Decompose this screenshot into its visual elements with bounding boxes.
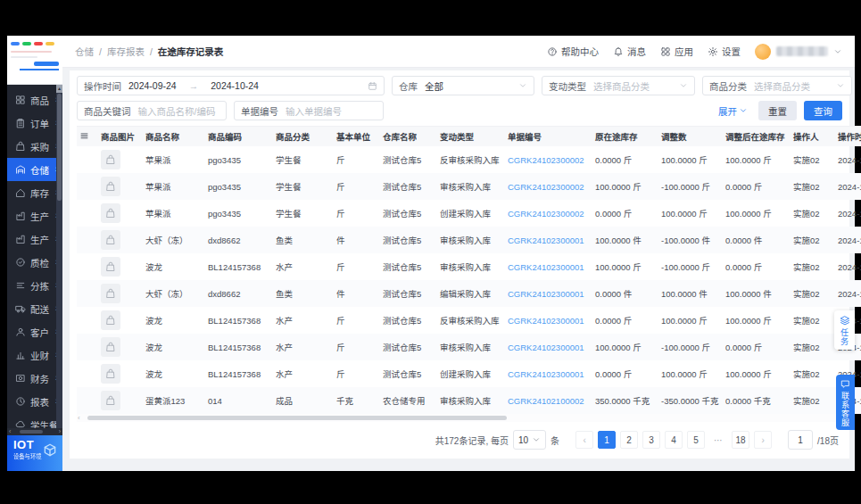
- scroll-right-icon[interactable]: ›: [59, 428, 61, 435]
- column-header-after: 调整后在途库存: [723, 127, 791, 147]
- cell-category: 水产: [273, 253, 334, 280]
- calendar-icon[interactable]: [368, 81, 377, 91]
- warehouse-select[interactable]: 仓库 全部: [392, 76, 534, 95]
- keyword-input[interactable]: 商品关键词 输入商品名称/编码: [77, 101, 227, 120]
- scroll-up-caret-icon[interactable]: ▴: [56, 85, 62, 93]
- scrollbar-thumb[interactable]: [20, 430, 43, 434]
- document-number-link[interactable]: CGRK24102300002: [508, 209, 584, 219]
- cell-adjust: -100.0000 件: [658, 227, 723, 253]
- cell-doc_no: CGRK24102300001: [505, 307, 592, 334]
- date-start-value[interactable]: 2024-09-24: [128, 80, 177, 91]
- page-button-2[interactable]: 2: [620, 431, 638, 449]
- sidebar-item-生产[interactable]: 生产›: [7, 204, 62, 227]
- cell-img: [98, 253, 143, 280]
- bag-icon: [105, 261, 116, 272]
- cell-change_type: 反审核采购入库: [437, 146, 505, 173]
- order-icon: [15, 118, 26, 128]
- iot-banner[interactable]: IOT 设备与环境: [7, 435, 62, 471]
- user-menu[interactable]: [755, 44, 842, 60]
- sidebar-item-质检[interactable]: 质检›: [7, 251, 62, 274]
- sidebar-item-label: 财务: [30, 372, 49, 385]
- bag-icon: [105, 395, 116, 406]
- logo-sketch-line: [11, 56, 37, 58]
- sidebar-item-客户[interactable]: 客户›: [7, 320, 62, 343]
- page-jump-input[interactable]: 1: [788, 430, 813, 450]
- column-header-sel[interactable]: [77, 127, 98, 147]
- change-type-select[interactable]: 变动类型 选择商品分类: [542, 76, 695, 95]
- scrollbar-thumb[interactable]: [87, 416, 507, 420]
- document-number-link[interactable]: CGRK24102300001: [508, 289, 584, 299]
- cell-after: 100.0000 斤: [723, 200, 791, 227]
- scroll-left-icon[interactable]: ‹: [9, 428, 11, 435]
- sidebar-item-label: 质检: [30, 256, 49, 269]
- page-button-1[interactable]: 1: [598, 431, 616, 449]
- document-number-link[interactable]: CGRK24102300001: [508, 343, 584, 352]
- sidebar-item-仓储[interactable]: 仓储›: [7, 158, 62, 181]
- bag-icon: [105, 181, 116, 192]
- sidebar-item-商品[interactable]: 商品›: [7, 88, 62, 112]
- topnav-apps[interactable]: 应用: [660, 45, 693, 58]
- app-logo-thumbnail[interactable]: [7, 36, 62, 85]
- columns-settings-icon[interactable]: [79, 131, 89, 141]
- table-horizontal-scrollbar[interactable]: ‹ ›: [77, 414, 846, 422]
- topnav-label: 应用: [675, 45, 693, 58]
- page-button-4[interactable]: 4: [665, 431, 683, 449]
- sidebar-item-业财[interactable]: 业财›: [7, 343, 62, 367]
- document-number-link[interactable]: CGRK24102300001: [508, 369, 584, 379]
- prev-page-button[interactable]: ‹: [575, 431, 593, 449]
- customer-service-button[interactable]: 联系客服: [836, 375, 855, 430]
- reset-button[interactable]: 重置: [758, 101, 797, 120]
- sidebar-item-分拣[interactable]: 分拣›: [7, 274, 62, 297]
- document-number-link[interactable]: CGRK24102300002: [508, 182, 584, 192]
- category-select[interactable]: 商品分类 选择商品分类: [702, 76, 852, 95]
- page-button-5[interactable]: 5: [687, 431, 705, 449]
- page-button-3[interactable]: 3: [642, 431, 660, 449]
- cell-time: 2024-10-23 15:07: [835, 253, 861, 280]
- sidebar-item-配送[interactable]: 配送›: [7, 297, 62, 320]
- sidebar-item-库存[interactable]: 库存›: [7, 181, 62, 204]
- task-float-button[interactable]: 任务: [834, 310, 855, 350]
- bag-icon: [105, 288, 116, 299]
- sidebar-item-label: 库存: [30, 186, 49, 200]
- sidebar-item-生产[interactable]: 生产›: [7, 227, 62, 251]
- next-page-button[interactable]: ›: [754, 431, 772, 449]
- date-range-picker[interactable]: 操作时间 2024-09-24 → 2024-10-24: [77, 76, 385, 95]
- cell-time: 2024-10-23 15:07: [835, 280, 861, 307]
- topnav-help[interactable]: 帮助中心: [547, 45, 599, 58]
- sidebar-item-label: 报表: [30, 395, 49, 409]
- pagination-bar: 共172条记录, 每页 10 条 ‹ 12345⋯18 › 1 /18页: [77, 422, 842, 459]
- topnav-gear[interactable]: 设置: [708, 45, 741, 58]
- date-end-value[interactable]: 2024-10-24: [211, 80, 259, 91]
- cell-before: 100.0000 件: [592, 227, 658, 253]
- sidebar-item-订单[interactable]: 订单›: [7, 112, 62, 135]
- expand-filters-link[interactable]: 展开: [718, 104, 748, 118]
- cell-unit: 斤: [334, 334, 380, 360]
- sidebar-horizontal-scrollbar[interactable]: ‹ ›: [7, 428, 62, 435]
- sidebar-item-财务[interactable]: 财务›: [7, 367, 62, 390]
- sidebar-item-学生餐[interactable]: 学生餐: [7, 413, 62, 428]
- cell-before: 0.0000 斤: [592, 360, 658, 387]
- document-number-link[interactable]: CGRK24102300001: [508, 316, 584, 326]
- document-number-link[interactable]: CGRK24102300002: [508, 155, 584, 165]
- student-meal-icon: [15, 419, 26, 428]
- document-number-link[interactable]: CGRK24102300001: [508, 235, 584, 245]
- pagination-unit: 条: [551, 434, 559, 447]
- breadcrumb-item[interactable]: 仓储: [75, 45, 94, 58]
- scrollbar-thumb[interactable]: [57, 94, 62, 201]
- breadcrumb-item[interactable]: 库存报表: [107, 45, 145, 58]
- cell-name: 苹果派: [143, 146, 205, 173]
- sidebar-item-采购[interactable]: 采购›: [7, 135, 62, 158]
- cell-category: 水产: [273, 334, 334, 360]
- scroll-left-icon[interactable]: ‹: [78, 414, 80, 422]
- search-button[interactable]: 查询: [804, 101, 842, 120]
- document-number-link[interactable]: CGRK24102300001: [508, 262, 584, 272]
- bell-icon: [613, 46, 624, 57]
- document-number-link[interactable]: CGRK24102100002: [508, 396, 584, 406]
- page-size-select[interactable]: 10: [513, 430, 546, 450]
- sidebar-vertical-scrollbar[interactable]: ▴: [56, 85, 62, 430]
- topnav-bell[interactable]: 消息: [613, 45, 646, 58]
- doc-number-input[interactable]: 单据编号 输入单据编号: [234, 101, 384, 120]
- sidebar-item-label: 分拣: [30, 279, 49, 293]
- sidebar-item-报表[interactable]: 报表›: [7, 390, 62, 413]
- page-button-18[interactable]: 18: [732, 431, 749, 449]
